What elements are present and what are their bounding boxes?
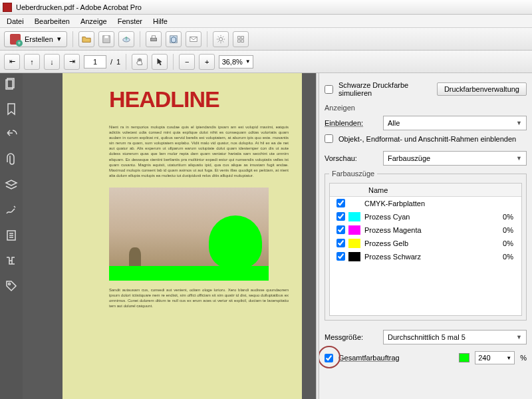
separation-row-cmyk[interactable]: CMYK-Farbplatten (330, 197, 521, 210)
signatures-panel-button[interactable] (5, 203, 18, 217)
messgroesse-label: Messgröße: (325, 333, 378, 341)
row-name: Prozess Cyan (364, 213, 489, 221)
chevron-down-icon: ▼ (516, 155, 522, 162)
zoom-out-button[interactable]: − (179, 54, 195, 70)
next-page-button[interactable]: ↓ (44, 54, 60, 70)
row-checkbox[interactable] (336, 225, 345, 234)
row-percent: 0% (489, 213, 519, 221)
toolbar-nav: ⇤ ↑ ↓ ⇥ / 1 − + 36,8%▼ (0, 51, 532, 73)
pdf-page: HEADLINE Nient ra in remporios molupta c… (63, 73, 302, 399)
svg-rect-11 (241, 39, 244, 42)
separation-row-magenta[interactable]: Prozess Magenta 0% (330, 223, 521, 237)
select-tool-button[interactable] (152, 54, 168, 70)
left-nav-strip (0, 73, 23, 399)
save-button[interactable] (98, 31, 114, 47)
separator (140, 31, 140, 47)
percent-label: % (520, 354, 527, 362)
anzeigen-label: Anzeigen (325, 104, 527, 112)
chevron-down-icon: ▼ (506, 355, 511, 361)
separation-row-cyan[interactable]: Prozess Cyan 0% (330, 210, 521, 223)
vorschau-label: Vorschau: (325, 154, 378, 162)
separations-group: Farbauszüge Name CMYK-Farbplatten Prozes… (325, 170, 527, 321)
doc-headline: HEADLINE (109, 86, 302, 112)
list-header: Name (330, 184, 521, 197)
separation-row-black[interactable]: Prozess Schwarz 0% (330, 250, 521, 263)
row-name: Prozess Gelb (364, 239, 489, 247)
thumbnails-panel-button[interactable] (5, 77, 18, 90)
first-page-button[interactable]: ⇤ (4, 54, 20, 70)
model-tree-panel-button[interactable] (5, 254, 18, 267)
row-checkbox[interactable] (336, 252, 345, 261)
settings-button[interactable] (213, 31, 229, 47)
chevron-down-icon: ▼ (516, 334, 522, 340)
separations-legend: Farbauszüge (329, 170, 377, 178)
row-checkbox[interactable] (336, 239, 345, 247)
menu-bearbeiten[interactable]: Bearbeiten (29, 16, 75, 27)
chevron-down-icon: ▼ (245, 59, 251, 65)
create-pdf-icon (10, 34, 21, 45)
attachments-panel-button[interactable] (5, 153, 18, 166)
row-name: Prozess Magenta (364, 226, 489, 234)
menu-fenster[interactable]: Fenster (112, 16, 148, 27)
svg-rect-1 (104, 35, 108, 38)
open-button[interactable] (78, 31, 94, 47)
doc-body-text: Nient ra in remporios molupta cusdae qui… (109, 124, 289, 178)
doc-caption: Sandit autausam cus, consedi aut venient… (109, 287, 289, 309)
row-percent: 0% (489, 226, 519, 234)
color-swatch (348, 239, 360, 248)
color-swatch (348, 225, 360, 235)
menu-datei[interactable]: Datei (1, 16, 29, 27)
prev-page-button[interactable]: ↑ (24, 54, 40, 70)
create-button[interactable]: Erstellen ▾ (4, 31, 67, 47)
simulate-black-ink-checkbox[interactable] (325, 85, 333, 94)
annotation-circle (319, 346, 340, 368)
zoom-combo[interactable]: 36,8%▼ (219, 55, 253, 68)
separation-row-yellow[interactable]: Prozess Gelb 0% (330, 237, 521, 250)
color-swatch (348, 212, 360, 221)
page-number-input[interactable] (84, 55, 106, 68)
zoom-value: 36,8% (222, 58, 243, 66)
row-checkbox[interactable] (336, 212, 345, 221)
einblenden-combo[interactable]: Alle ▼ (383, 116, 527, 130)
create-label: Erstellen (25, 35, 53, 43)
ink-manager-button[interactable]: Druckfarbenverwaltung (437, 82, 527, 96)
menu-hilfe[interactable]: Hilfe (148, 16, 173, 27)
row-checkbox[interactable] (336, 199, 345, 207)
share-button[interactable] (166, 31, 182, 47)
menu-anzeige[interactable]: Anzeige (75, 16, 112, 27)
total-ink-value: 240 (478, 354, 490, 362)
articles-panel-button[interactable] (5, 229, 18, 242)
tools-button[interactable] (233, 31, 249, 47)
highlight-color-swatch[interactable] (459, 353, 469, 362)
separator (207, 31, 207, 47)
vorschau-combo[interactable]: Farbauszüge ▼ (383, 151, 527, 166)
page-sep: / (110, 58, 112, 66)
undo-icon[interactable] (5, 128, 18, 141)
color-swatch (348, 252, 360, 261)
simulate-black-ink-label: Schwarze Druckfarbe simulieren (338, 81, 426, 97)
show-boxes-checkbox[interactable] (325, 134, 333, 143)
app-icon (3, 3, 12, 12)
svg-rect-3 (150, 38, 156, 41)
svg-rect-4 (152, 35, 155, 38)
separator (72, 31, 73, 47)
total-ink-value-combo[interactable]: 240 ▼ (475, 351, 515, 364)
chevron-down-icon: ▾ (57, 35, 61, 43)
zoom-in-button[interactable]: + (199, 54, 215, 70)
separator (126, 54, 126, 70)
print-button[interactable] (146, 31, 162, 47)
messgroesse-combo[interactable]: Durchschnittlich 5 mal 5 ▼ (383, 330, 527, 344)
einblenden-value: Alle (388, 119, 400, 127)
email-button[interactable] (186, 31, 201, 47)
hand-tool-button[interactable] (132, 54, 148, 70)
layers-panel-button[interactable] (5, 178, 18, 192)
show-boxes-label: Objekt-, Endformat- und Anschnitt-Rahmen… (338, 135, 516, 143)
last-page-button[interactable]: ⇥ (64, 54, 80, 70)
row-percent: 0% (489, 239, 519, 247)
output-preview-panel: Schwarze Druckfarbe simulieren Druckfarb… (319, 73, 532, 399)
cloud-button[interactable] (118, 31, 134, 47)
document-viewport[interactable]: HEADLINE Nient ra in remporios molupta c… (23, 73, 316, 399)
tags-panel-button[interactable] (5, 279, 18, 293)
window-title: Ueberdrucken.pdf - Adobe Acrobat Pro (16, 3, 142, 11)
bookmarks-panel-button[interactable] (5, 102, 18, 116)
